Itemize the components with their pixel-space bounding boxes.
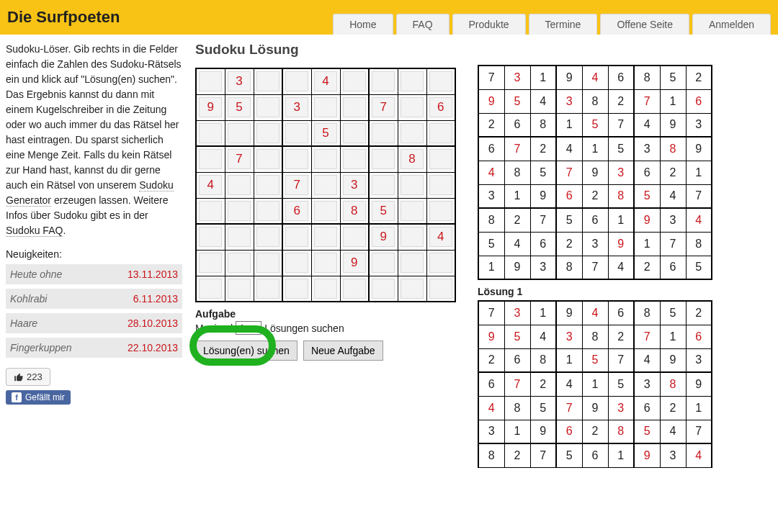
- sudoku-cell-input[interactable]: [199, 227, 222, 247]
- news-item[interactable]: Kohlrabi6.11.2013: [6, 289, 182, 309]
- sudoku-cell[interactable]: [340, 276, 369, 302]
- sudoku-cell[interactable]: 5: [369, 198, 398, 224]
- sudoku-cell[interactable]: [398, 198, 426, 224]
- nav-termine[interactable]: Termine: [529, 14, 598, 35]
- sudoku-cell-input[interactable]: 9: [199, 97, 222, 117]
- sudoku-cell[interactable]: [254, 276, 282, 302]
- sudoku-cell[interactable]: [369, 250, 398, 276]
- sudoku-cell-input[interactable]: [285, 71, 308, 91]
- sudoku-cell[interactable]: [369, 146, 398, 172]
- news-item[interactable]: Fingerkuppen22.10.2013: [6, 338, 182, 358]
- sudoku-cell-input[interactable]: [256, 175, 280, 195]
- sudoku-cell[interactable]: [426, 276, 455, 302]
- sudoku-cell[interactable]: [426, 120, 455, 146]
- fb-like-button[interactable]: 223: [6, 368, 50, 386]
- solve-button[interactable]: Lösung(en) suchen: [195, 341, 298, 361]
- sudoku-cell-input[interactable]: [343, 227, 366, 247]
- sudoku-cell-input[interactable]: 8: [343, 201, 366, 221]
- sudoku-cell-input[interactable]: [256, 201, 280, 221]
- sudoku-cell[interactable]: [369, 120, 398, 146]
- sudoku-cell[interactable]: 5: [225, 94, 254, 120]
- sudoku-cell[interactable]: [225, 224, 254, 250]
- sudoku-cell[interactable]: [196, 276, 225, 302]
- sudoku-cell-input[interactable]: [314, 227, 337, 247]
- sudoku-cell[interactable]: [225, 172, 254, 198]
- sudoku-cell-input[interactable]: [429, 71, 452, 91]
- sudoku-cell[interactable]: [282, 276, 311, 302]
- sudoku-cell[interactable]: [225, 276, 254, 302]
- sudoku-cell[interactable]: [254, 224, 282, 250]
- sudoku-cell-input[interactable]: [228, 175, 251, 195]
- sudoku-cell-input[interactable]: [401, 253, 424, 273]
- sudoku-cell-input[interactable]: 3: [285, 97, 308, 117]
- sudoku-cell[interactable]: [311, 146, 340, 172]
- sudoku-cell[interactable]: [340, 68, 369, 94]
- sudoku-cell[interactable]: 5: [311, 120, 340, 146]
- sudoku-cell-input[interactable]: 7: [228, 149, 251, 169]
- sudoku-cell[interactable]: 7: [369, 94, 398, 120]
- sudoku-cell[interactable]: [369, 276, 398, 302]
- sudoku-cell-input[interactable]: 7: [285, 175, 308, 195]
- sudoku-cell-input[interactable]: [401, 175, 424, 195]
- sudoku-cell[interactable]: [254, 250, 282, 276]
- sudoku-cell[interactable]: [196, 224, 225, 250]
- sudoku-cell-input[interactable]: [372, 253, 395, 273]
- sudoku-cell[interactable]: [196, 120, 225, 146]
- sudoku-cell[interactable]: [311, 94, 340, 120]
- sudoku-cell-input[interactable]: [343, 123, 366, 143]
- sudoku-cell[interactable]: 3: [225, 68, 254, 94]
- sudoku-cell[interactable]: [311, 250, 340, 276]
- sudoku-cell-input[interactable]: [372, 123, 395, 143]
- sudoku-cell-input[interactable]: [343, 97, 366, 117]
- sudoku-cell-input[interactable]: [314, 97, 337, 117]
- sudoku-cell[interactable]: [426, 198, 455, 224]
- sudoku-cell-input[interactable]: [199, 253, 222, 273]
- sudoku-cell[interactable]: [254, 120, 282, 146]
- sudoku-cell[interactable]: [340, 94, 369, 120]
- sudoku-cell-input[interactable]: [401, 71, 424, 91]
- sudoku-cell[interactable]: [426, 250, 455, 276]
- sudoku-cell-input[interactable]: [285, 227, 308, 247]
- sudoku-cell[interactable]: [225, 250, 254, 276]
- sudoku-cell[interactable]: [311, 224, 340, 250]
- link-sudoku-faq[interactable]: Sudoku FAQ: [6, 225, 63, 237]
- fb-page-button[interactable]: f Gefällt mir: [6, 390, 71, 405]
- sudoku-cell[interactable]: [282, 224, 311, 250]
- sudoku-cell-input[interactable]: [314, 149, 337, 169]
- sudoku-cell[interactable]: [426, 146, 455, 172]
- sudoku-cell-input[interactable]: [343, 71, 366, 91]
- sudoku-cell[interactable]: 8: [340, 198, 369, 224]
- sudoku-cell-input[interactable]: [228, 123, 251, 143]
- sudoku-cell-input[interactable]: 9: [343, 253, 366, 273]
- sudoku-cell[interactable]: [398, 172, 426, 198]
- nav-produkte[interactable]: Produkte: [452, 14, 526, 35]
- sudoku-cell-input[interactable]: [401, 279, 424, 299]
- sudoku-cell-input[interactable]: 4: [429, 227, 452, 247]
- sudoku-cell[interactable]: [254, 146, 282, 172]
- sudoku-cell[interactable]: [225, 198, 254, 224]
- sudoku-cell-input[interactable]: [372, 175, 395, 195]
- sudoku-cell[interactable]: 7: [282, 172, 311, 198]
- nav-faq[interactable]: FAQ: [396, 14, 450, 35]
- sudoku-cell[interactable]: [254, 172, 282, 198]
- new-task-button[interactable]: Neue Aufgabe: [303, 341, 383, 361]
- sudoku-cell[interactable]: [369, 172, 398, 198]
- sudoku-cell[interactable]: [196, 198, 225, 224]
- sudoku-cell[interactable]: 4: [311, 68, 340, 94]
- sudoku-cell-input[interactable]: [343, 149, 366, 169]
- sudoku-cell-input[interactable]: [199, 149, 222, 169]
- sudoku-cell-input[interactable]: [256, 123, 280, 143]
- sudoku-cell[interactable]: [369, 68, 398, 94]
- sudoku-cell-input[interactable]: [256, 227, 280, 247]
- sudoku-cell-input[interactable]: 4: [199, 175, 222, 195]
- sudoku-cell[interactable]: [254, 94, 282, 120]
- sudoku-cell-input[interactable]: [256, 71, 280, 91]
- news-item[interactable]: Heute ohne13.11.2013: [6, 264, 182, 284]
- sudoku-cell[interactable]: [398, 94, 426, 120]
- sudoku-cell[interactable]: [340, 224, 369, 250]
- sudoku-cell-input[interactable]: 5: [228, 97, 251, 117]
- sudoku-cell[interactable]: [426, 68, 455, 94]
- sudoku-cell[interactable]: [196, 68, 225, 94]
- sudoku-cell-input[interactable]: [429, 149, 452, 169]
- sudoku-cell[interactable]: [340, 120, 369, 146]
